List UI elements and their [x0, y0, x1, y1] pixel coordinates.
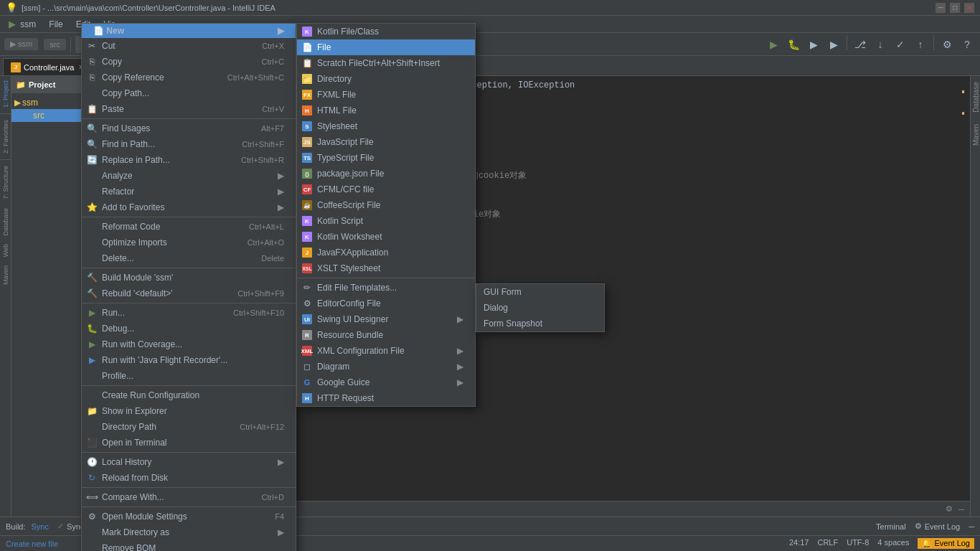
sm-cfml-label: CFML/CFC file — [317, 184, 374, 194]
cm-rebuild[interactable]: 🔨 Rebuild '<default>' Ctrl+Shift+F9 — [82, 286, 296, 301]
sm-http-request[interactable]: H HTTP Request — [297, 390, 475, 406]
xslt-icon: XSL — [301, 263, 313, 274]
coverage-icon: ▶ — [86, 339, 98, 350]
swing-gui-form[interactable]: GUI Form — [476, 284, 604, 300]
cm-module-settings[interactable]: ⚙ Open Module Settings F4 — [82, 509, 296, 524]
sm-xslt[interactable]: XSL XSLT Stylesheet — [297, 260, 475, 276]
context-menu: 📄 New ▶ ✂ Cut Ctrl+X ⎘ Copy Ctrl+C ⎘ Cop… — [81, 23, 296, 551]
sm-packagejson[interactable]: {} package.json File — [297, 166, 475, 182]
cm-refactor[interactable]: Refactor ▶ — [82, 184, 296, 199]
cm-profile[interactable]: Profile... — [82, 368, 296, 384]
cm-new-icon: 📄 — [93, 26, 104, 36]
sm-directory-label: Directory — [317, 74, 352, 84]
cm-sep-6 — [82, 452, 296, 453]
cm-find-usages-label: Find Usages — [102, 123, 150, 133]
file-icon-sm: 📄 — [301, 42, 313, 53]
sm-edit-templates[interactable]: ✏ Edit File Templates... — [297, 280, 475, 296]
sm-javascript-label: JavaScript File — [317, 137, 374, 147]
cm-optimize-shortcut: Ctrl+Alt+O — [233, 238, 284, 247]
sm-javascript[interactable]: JS JavaScript File — [297, 134, 475, 150]
cm-replace-path[interactable]: 🔄 Replace in Path... Ctrl+Shift+R — [82, 152, 296, 168]
cm-mark-dir[interactable]: Mark Directory as ▶ — [82, 524, 296, 540]
sm-swing-ui[interactable]: UI Swing UI Designer ▶ — [297, 311, 475, 327]
cm-copy[interactable]: ⎘ Copy Ctrl+C — [82, 54, 296, 70]
sm-kotlin-file[interactable]: K Kotlin File/Class — [297, 24, 475, 39]
copy-icon: ⎘ — [86, 56, 98, 67]
history-icon: 🕐 — [86, 456, 98, 468]
sm-xslt-label: XSLT Stylesheet — [317, 263, 380, 273]
cm-coverage[interactable]: ▶ Run with Coverage... — [82, 336, 296, 352]
cm-add-favorites[interactable]: ⭐ Add to Favorites ▶ — [82, 199, 296, 215]
cm-copy-reference[interactable]: ⎘ Copy Reference Ctrl+Alt+Shift+C — [82, 70, 296, 85]
sm-html[interactable]: H HTML File — [297, 103, 475, 118]
cm-local-history[interactable]: 🕐 Local History ▶ — [82, 454, 296, 470]
sm-directory[interactable]: 📁 Directory — [297, 71, 475, 87]
cm-reformat[interactable]: Reformat Code Ctrl+Alt+L — [82, 219, 296, 235]
cm-remove-bom[interactable]: Remove BOM — [82, 540, 296, 551]
cm-copy-path-label: Copy Path... — [102, 88, 149, 98]
cm-delete[interactable]: Delete... Delete — [82, 250, 296, 266]
cm-paste[interactable]: 📋 Paste Ctrl+V — [82, 101, 296, 117]
sm-kotlin-script[interactable]: K Kotlin Script — [297, 213, 475, 229]
diagram-icon: ◻ — [301, 361, 313, 372]
cm-open-terminal[interactable]: ⬛ Open in Terminal — [82, 435, 296, 451]
compare-icon: ⟺ — [86, 491, 98, 503]
cm-replace-path-label: Replace in Path... — [102, 155, 170, 165]
cm-profile-label: Profile... — [102, 371, 133, 381]
sm-editorconfig[interactable]: ⚙ EditorConfig File — [297, 296, 475, 311]
cm-new-header[interactable]: 📄 New ▶ — [82, 24, 296, 38]
cm-compare-label: Compare With... — [102, 492, 164, 502]
cm-directory-path[interactable]: Directory Path Ctrl+Alt+F12 — [82, 419, 296, 435]
cm-optimize-label: Optimize Imports — [102, 237, 167, 248]
sm-stylesheet[interactable]: S Stylesheet — [297, 118, 475, 134]
copy-ref-icon: ⎘ — [86, 72, 98, 83]
cm-run[interactable]: ▶ Run... Ctrl+Shift+F10 — [82, 305, 296, 321]
cm-optimize[interactable]: Optimize Imports Ctrl+Alt+O — [82, 235, 296, 250]
cm-coverage-label: Run with Coverage... — [102, 339, 182, 349]
cm-reload[interactable]: ↻ Reload from Disk — [82, 470, 296, 486]
sm-scratch[interactable]: 📋 Scratch File Ctrl+Alt+Shift+Insert — [297, 55, 475, 71]
sm-kotlin-worksheet[interactable]: K Kotlin Worksheet — [297, 229, 475, 245]
cm-analyze[interactable]: Analyze ▶ — [82, 168, 296, 184]
cm-cut[interactable]: ✂ Cut Ctrl+X — [82, 38, 296, 54]
flight-icon: ▶ — [86, 354, 98, 366]
cm-copy-shortcut: Ctrl+C — [248, 57, 284, 66]
cm-rebuild-label: Rebuild '<default>' — [102, 288, 173, 298]
swing-gui-form-label: GUI Form — [484, 287, 522, 297]
cm-compare[interactable]: ⟺ Compare With... Ctrl+D — [82, 489, 296, 505]
sm-resource-bundle-label: Resource Bundle — [317, 330, 383, 340]
sm-edit-templates-label: Edit File Templates... — [317, 283, 397, 293]
delete-icon — [86, 253, 98, 264]
sm-diagram[interactable]: ◻ Diagram ▶ — [297, 359, 475, 375]
cm-find-usages[interactable]: 🔍 Find Usages Alt+F7 — [82, 121, 296, 136]
swing-form-snapshot[interactable]: Form Snapshot — [476, 316, 604, 331]
sm-google-guice[interactable]: G Google Guice ▶ — [297, 375, 475, 390]
sm-html-label: HTML File — [317, 105, 357, 116]
sm-diagram-label: Diagram — [317, 362, 349, 372]
cm-find-path[interactable]: 🔍 Find in Path... Ctrl+Shift+F — [82, 136, 296, 152]
cm-copy-path[interactable]: Copy Path... — [82, 85, 296, 101]
cm-sep-7 — [82, 487, 296, 488]
cm-debug[interactable]: 🐛 Debug... — [82, 321, 296, 336]
cm-find-usages-shortcut: Alt+F7 — [247, 124, 284, 133]
sm-javafx[interactable]: J JavaFXApplication — [297, 245, 475, 260]
cm-module-settings-label: Open Module Settings — [102, 512, 187, 522]
cm-flight-recorder[interactable]: ▶ Run with 'Java Flight Recorder'... — [82, 352, 296, 368]
cm-build-module[interactable]: 🔨 Build Module 'ssm' — [82, 270, 296, 286]
sm-xml-config[interactable]: XML XML Configuration File ▶ — [297, 343, 475, 359]
cm-analyze-label: Analyze — [102, 171, 133, 181]
google-icon: G — [301, 377, 313, 388]
swing-dialog[interactable]: Dialog — [476, 300, 604, 316]
sm-typescript[interactable]: TS TypeScript File — [297, 150, 475, 166]
sm-resource-bundle[interactable]: R Resource Bundle — [297, 327, 475, 343]
sm-dia-arrow: ▶ — [457, 362, 463, 372]
sm-coffeescript[interactable]: ☕ CoffeeScript File — [297, 197, 475, 213]
cm-show-explorer[interactable]: 📁 Show in Explorer — [82, 403, 296, 419]
sm-fxml[interactable]: FX FXML File — [297, 87, 475, 103]
sm-cfml[interactable]: CF CFML/CFC file — [297, 182, 475, 197]
sm-google-arrow: ▶ — [457, 377, 463, 387]
sm-coffeescript-label: CoffeeScript File — [317, 200, 380, 210]
sm-file[interactable]: 📄 File — [297, 39, 475, 55]
cm-create-run-config[interactable]: Create Run Configuration — [82, 387, 296, 403]
paste-icon: 📋 — [86, 103, 98, 115]
